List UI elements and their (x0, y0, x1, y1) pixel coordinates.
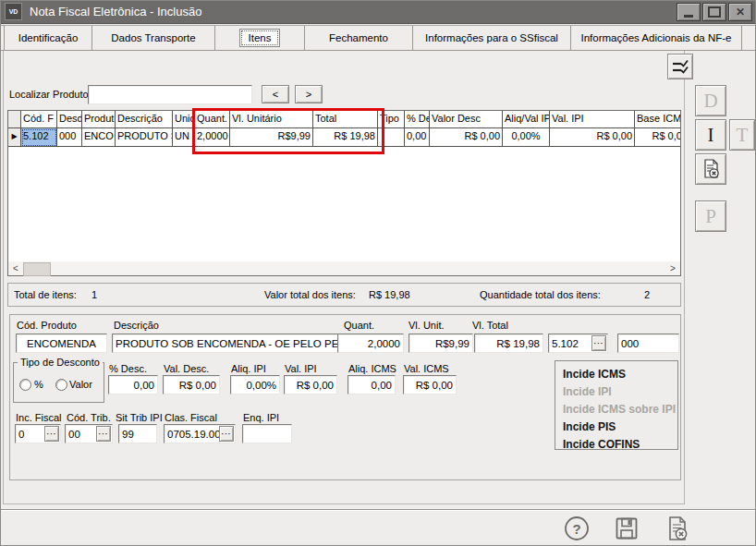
close-button[interactable]: ✕ (728, 3, 752, 21)
col-header-perc-desc[interactable]: % De (405, 111, 430, 128)
tab-informacoes-adicionais-nfe[interactable]: Informações Adicionais da NF-e (571, 26, 742, 50)
scroll-left-icon[interactable]: < (8, 261, 23, 275)
col-header-produto[interactable]: Produto (82, 111, 116, 128)
desconto-valor-radio[interactable] (55, 379, 67, 391)
i-button[interactable]: I (695, 119, 726, 151)
col-header-unid[interactable]: Unid (173, 111, 195, 128)
col-header-quant[interactable]: Quant. (195, 111, 230, 128)
ellipsis-icon: ··· (99, 430, 109, 438)
tab-informacoes-ssfiscal[interactable]: Informações para o SSfiscal (413, 26, 571, 50)
title-bar: VD Nota Fiscal Eletrônica - Inclusão ✕ (0, 0, 756, 24)
val-icms-label: Val. ICMS (404, 363, 449, 374)
descricao-label: Descrição (114, 320, 159, 331)
col-header-indicator (8, 111, 21, 128)
cancel-document-x-icon (663, 515, 690, 542)
p-button-label: P (705, 207, 716, 226)
cell-base-icms[interactable]: R$ 0,00 (635, 128, 681, 147)
col-header-val-ipi[interactable]: Val. IPI (550, 111, 635, 128)
cell-val-ipi[interactable]: R$ 0,00 (550, 128, 635, 147)
cell-vl-unitario[interactable]: R$9,99 (230, 128, 313, 147)
grid-horizontal-scrollbar[interactable]: < > (8, 261, 680, 275)
row-indicator-icon: ▶ (8, 128, 21, 147)
t-button[interactable]: T (729, 119, 755, 151)
val-ipi-label: Val. IPI (285, 363, 317, 374)
col-header-descricao[interactable]: Descrição (116, 111, 173, 128)
val-ipi-field[interactable] (284, 375, 337, 394)
val-desc-field[interactable] (163, 375, 220, 394)
quant-label: Quant. (344, 320, 374, 331)
col-header-desd[interactable]: Desd (57, 111, 82, 128)
incide-icms-sobre-ipi: Incide ICMS sobre IPI (563, 403, 677, 420)
scroll-right-icon[interactable]: > (665, 261, 680, 275)
grid-header-row: Cód. F Desd Produto Descrição Unid Quant… (8, 111, 680, 128)
inc-fiscal-label: Inc. Fiscal (16, 412, 62, 423)
col-header-vl-unitario[interactable]: Vl. Unitário (230, 111, 313, 128)
vl-unit-field[interactable] (408, 334, 473, 353)
cell-quant[interactable]: 2,0000 (195, 128, 230, 147)
enq-ipi-field[interactable] (242, 424, 292, 443)
maximize-button[interactable] (702, 3, 726, 21)
search-input[interactable] (88, 85, 252, 104)
vl-total-field[interactable] (474, 334, 543, 353)
cfop-combo[interactable]: ··· (548, 334, 608, 353)
col-header-tipo[interactable]: Tipo (378, 111, 405, 128)
cod-trib-combo[interactable]: ··· (65, 424, 113, 443)
descricao-field[interactable] (112, 334, 348, 353)
inc-fiscal-combo[interactable]: ··· (15, 424, 61, 443)
tab-itens[interactable]: Itens (215, 26, 305, 50)
quant-field[interactable] (337, 334, 404, 353)
col-header-aliq-val-ipi[interactable]: Aliq/Val IP (503, 111, 550, 128)
app-icon: VD (5, 3, 22, 20)
search-label: Localizar Produto (9, 89, 89, 100)
cell-aliq-val-ipi[interactable]: 0,00% (503, 128, 550, 147)
cancel-button[interactable] (662, 514, 691, 543)
next-item-button[interactable]: > (295, 85, 323, 103)
remove-item-button[interactable] (695, 153, 726, 185)
tab-dados-transporte[interactable]: Dados Transporte (92, 26, 215, 50)
cell-unid[interactable]: UN (173, 128, 195, 147)
sit-trib-ipi-field[interactable] (118, 424, 157, 443)
clas-fiscal-combo[interactable]: ··· (164, 424, 236, 443)
cell-descricao[interactable]: PRODUTO S (116, 128, 173, 147)
d-button[interactable]: D (695, 85, 726, 116)
inc-fiscal-lookup-button[interactable]: ··· (44, 426, 59, 442)
desdobramento-field[interactable] (617, 334, 679, 353)
cell-total[interactable]: R$ 19,98 (313, 128, 378, 147)
document-x-icon (700, 158, 722, 180)
col-header-base-icms[interactable]: Base ICMS (635, 111, 681, 128)
cell-tipo[interactable] (378, 128, 405, 147)
valor-total-value: R$ 19,98 (369, 289, 410, 300)
clas-fiscal-lookup-button[interactable]: ··· (219, 426, 234, 442)
cell-perc-desc[interactable]: 0,00 (405, 128, 430, 147)
val-icms-field[interactable] (403, 375, 457, 394)
val-desc-label: Val. Desc. (164, 363, 209, 374)
cell-desd[interactable]: 000 (57, 128, 82, 147)
help-button[interactable]: ? (563, 515, 591, 542)
table-row[interactable]: ▶ 5.102 000 ENCO PRODUTO S UN 2,0000 R$9… (8, 128, 680, 147)
tab-fechamento[interactable]: Fechamento (305, 26, 413, 50)
cell-cod-fiscal[interactable]: 5.102 (21, 128, 57, 147)
cod-trib-lookup-button[interactable]: ··· (96, 426, 111, 442)
cod-trib-label: Cód. Trib. (67, 412, 111, 423)
col-header-cod-fiscal[interactable]: Cód. F (21, 111, 57, 128)
items-grid[interactable]: Cód. F Desd Produto Descrição Unid Quant… (7, 110, 681, 276)
checklist-button[interactable] (667, 54, 693, 79)
cell-produto[interactable]: ENCO (82, 128, 116, 147)
minimize-button[interactable] (677, 3, 701, 21)
cell-valor-desc[interactable]: R$ 0,00 (430, 128, 503, 147)
i-button-label: I (708, 126, 714, 145)
tab-identificacao[interactable]: Identificação (4, 26, 92, 50)
col-header-total[interactable]: Total (313, 111, 378, 128)
prev-item-button[interactable]: < (262, 85, 289, 103)
cfop-lookup-button[interactable]: ··· (591, 335, 606, 351)
aliq-icms-field[interactable] (348, 375, 396, 394)
scrollbar-thumb[interactable] (23, 262, 51, 276)
perc-desc-field[interactable] (108, 375, 158, 394)
p-button[interactable]: P (695, 200, 726, 232)
desconto-percent-radio[interactable] (19, 379, 31, 391)
save-button[interactable] (613, 515, 640, 542)
col-header-valor-desc[interactable]: Valor Desc (430, 111, 503, 128)
perc-desc-label: % Desc. (109, 363, 147, 374)
aliq-ipi-field[interactable] (230, 375, 280, 394)
cod-produto-field[interactable] (16, 334, 107, 353)
